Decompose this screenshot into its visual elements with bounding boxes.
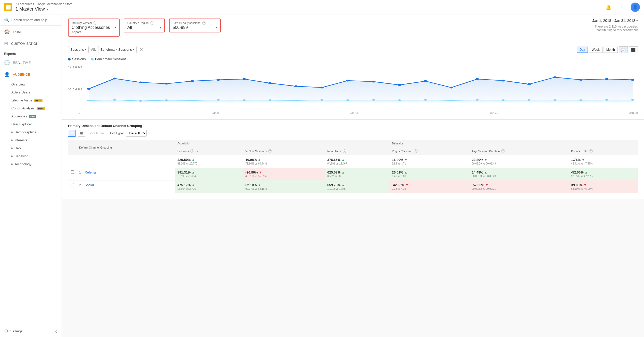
size-by-sessions-filter[interactable]: Size by daily sessions ? 500-999 ▾: [169, 19, 221, 32]
th-pct-new-sessions[interactable]: % New Sessions ?: [243, 147, 325, 155]
benchmark-dot: [398, 99, 401, 101]
search-input[interactable]: [11, 18, 57, 22]
behavior-label: Behavior: [14, 154, 28, 158]
sidebar-item-audience[interactable]: 👤 AUDIENCE: [0, 68, 62, 80]
pct-new-sessions-help-icon[interactable]: ?: [268, 149, 272, 153]
date-range-picker[interactable]: Jan 1, 2018 - Jan 31, 2018 ▾: [586, 19, 638, 23]
sessions-dot: [553, 76, 557, 78]
totals-avg-session-arrow: ▼: [484, 158, 487, 162]
settings-icon: ⚙: [4, 328, 8, 334]
filter-bar: Industry Vertical ? Clothing Accessories…: [62, 14, 644, 41]
metric2-dropdown-arrow: ▾: [133, 48, 134, 51]
industry-vertical-filter[interactable]: Industry Vertical ? Clothing Accessories…: [68, 19, 120, 37]
geo-label: Geo: [14, 146, 21, 150]
x-label-1: ...: [78, 111, 81, 114]
bounce-rate-help-icon[interactable]: ?: [589, 149, 593, 153]
bounce-rate-col-label: Bounce Rate: [571, 150, 588, 153]
list-view-btn[interactable]: ☰: [68, 130, 76, 137]
sessions-help-icon[interactable]: ?: [190, 149, 194, 153]
time-btn-week[interactable]: Week: [589, 47, 602, 53]
sidebar-sub-demographics[interactable]: ▶ Demographics: [0, 128, 62, 136]
sidebar-sub-interests[interactable]: ▶ Interests: [0, 136, 62, 144]
row2-avg-session-val: -57.30%: [472, 183, 484, 187]
sidebar-sub-user-explorer[interactable]: User Explorer: [0, 120, 62, 128]
row2-pages-session-cell: -42.66% ▼ 2.38 vs 4.15: [389, 180, 469, 193]
sort-type-select[interactable]: Default: [126, 130, 147, 137]
th-pages-session[interactable]: Pages / Session ?: [389, 147, 469, 155]
metric2-label: Benchmark Sessions: [101, 48, 132, 51]
row1-checkbox[interactable]: [71, 170, 74, 174]
demographics-label: Demographics: [14, 130, 36, 134]
sidebar-settings[interactable]: ⚙ Settings ❮: [0, 325, 62, 337]
more-options-icon[interactable]: ⋮: [617, 3, 626, 12]
account-dropdown-arrow[interactable]: ▾: [46, 7, 48, 11]
row2-pages-session-sub: 2.38 vs 4.15: [392, 187, 467, 190]
row1-new-users-arrow: ▲: [341, 170, 345, 174]
line-chart-view-btn[interactable]: 📈: [619, 46, 628, 53]
sidebar-sub-active-users[interactable]: Active Users: [0, 88, 62, 96]
sidebar-sub-overview[interactable]: Overview: [0, 80, 62, 88]
benchmark-dot: [242, 99, 246, 101]
avg-session-duration-help-icon[interactable]: ?: [501, 149, 505, 153]
row2-checkbox[interactable]: [71, 183, 74, 186]
size-by-sessions-help-icon[interactable]: ?: [202, 21, 206, 25]
row1-pct-new-sessions-cell: -26.86% ▼ 40.51% vs 55.39%: [243, 168, 325, 180]
size-by-sessions-arrow: ▾: [215, 26, 217, 29]
chart-controls: Sessions ▾ VS. Benchmark Sessions ▾ ✕ Da…: [68, 46, 638, 53]
th-avg-session-duration[interactable]: Avg. Session Duration ?: [469, 147, 568, 155]
sidebar-sub-lifetime-value[interactable]: Lifetime Value BETA: [0, 96, 62, 104]
industry-vertical-help-icon[interactable]: ?: [94, 21, 97, 25]
sidebar-item-realtime[interactable]: 🕐 REAL-TIME: [0, 57, 62, 68]
row1-channel-name[interactable]: Referral: [85, 170, 96, 174]
chart-svg: 5,000 2,500: [68, 63, 638, 109]
sessions-dot: [139, 82, 142, 83]
vs-label: VS.: [91, 48, 96, 51]
th-new-users[interactable]: New Users ?: [325, 147, 389, 155]
time-btn-day[interactable]: Day: [577, 47, 588, 53]
sidebar-sub-behavior[interactable]: ▶ Behavior: [0, 152, 62, 160]
grid-view-btn[interactable]: ⊞: [78, 130, 85, 137]
industry-vertical-label-text: Industry Vertical: [72, 21, 92, 24]
sidebar-item-customization[interactable]: ⊞ CUSTOMIZATION: [0, 38, 62, 49]
main-content: Industry Vertical ? Clothing Accessories…: [62, 14, 644, 337]
row2-checkbox-cell: [68, 180, 77, 193]
plot-rows-btn: Plot Rows: [87, 130, 107, 136]
row2-bounce-rate-arrow: ▼: [583, 183, 587, 187]
sidebar-sub-audiences[interactable]: Audiences NEW: [0, 112, 62, 120]
metric1-dropdown[interactable]: Sessions ▾: [68, 46, 89, 53]
chart-x-labels: ... Jan 8 Jan 15 Jan 22 Jan 29: [68, 110, 638, 114]
row1-bounce-rate-sub: 22.65% vs 47.25%: [571, 175, 635, 178]
metric1-dropdown-arrow: ▾: [85, 48, 86, 51]
audience-label: AUDIENCE: [13, 73, 30, 76]
sidebar-sub-geo[interactable]: ▶ Geo: [0, 144, 62, 152]
country-region-help-icon[interactable]: ?: [150, 21, 154, 25]
row2-num: 2.: [79, 183, 82, 187]
benchmark-dot: [113, 99, 116, 101]
bar-chart-view-btn[interactable]: ⬛: [629, 46, 638, 53]
row1-pages-session-sub: 6.41 vs 5.09: [392, 175, 467, 178]
benchmark-dot: [217, 99, 220, 101]
th-sessions[interactable]: Sessions ? ▼: [175, 147, 243, 155]
pages-session-help-icon[interactable]: ?: [414, 149, 417, 153]
user-avatar[interactable]: 👤: [631, 3, 640, 12]
sidebar-sub-cohort-analysis[interactable]: Cohort Analysis BETA: [0, 104, 62, 112]
table-area: Primary Dimension: Default Channel Group…: [62, 120, 644, 199]
new-users-help-icon[interactable]: ?: [343, 149, 346, 153]
totals-pct-new-val: 10.98%: [245, 158, 257, 162]
sidebar-item-home[interactable]: 🏠 HOME: [0, 26, 62, 38]
notifications-icon[interactable]: 🔔: [604, 3, 613, 12]
totals-sessions-val: 329.50%: [178, 158, 191, 162]
metric1-label: Sessions: [70, 48, 84, 51]
chart-clear-button[interactable]: ✕: [140, 47, 143, 52]
avg-session-duration-col-label: Avg. Session Duration: [472, 150, 500, 153]
country-region-filter[interactable]: Country / Region ? All ▾: [124, 19, 165, 32]
row2-sessions-cell: 475.17% ▲ 15,564 vs 2,706: [175, 180, 243, 193]
metric2-dropdown[interactable]: Benchmark Sessions ▾: [98, 46, 137, 53]
sessions-legend-item: Sessions: [68, 57, 86, 61]
settings-collapse-arrow[interactable]: ❮: [55, 329, 57, 333]
time-btn-month[interactable]: Month: [604, 47, 618, 53]
sidebar-sub-technology[interactable]: ▶ Technology: [0, 160, 62, 168]
row2-avg-session-cell: -57.30% ▼ 00:00:52 vs 00:02:01: [469, 180, 568, 193]
th-bounce-rate[interactable]: Bounce Rate ?: [568, 147, 638, 155]
row2-channel-name[interactable]: Social: [85, 183, 94, 187]
